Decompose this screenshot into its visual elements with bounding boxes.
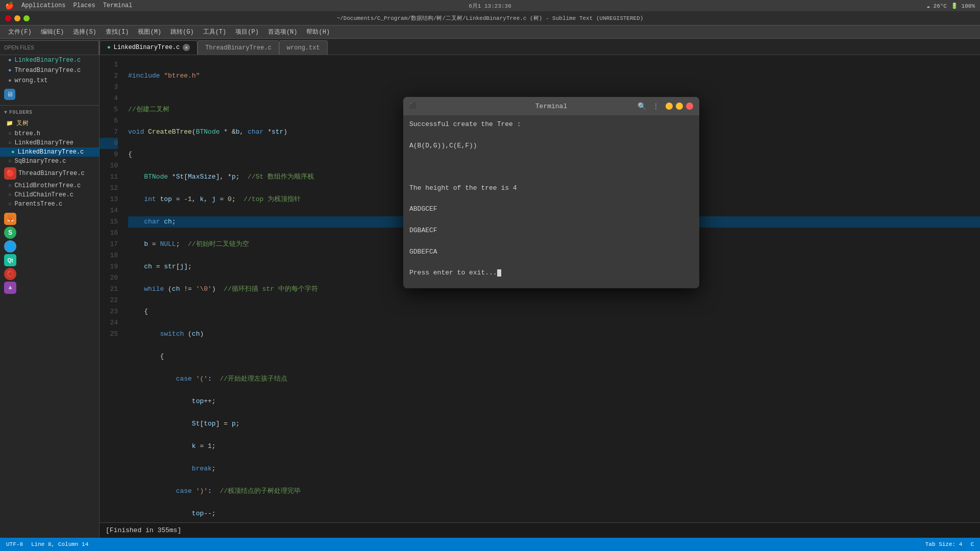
terminal-line-1: Successful create the Tree : — [409, 119, 693, 130]
app-menu-bar: 文件(F) 编辑(E) 选择(S) 查找(I) 视图(M) 跳转(G) 工具(T… — [0, 26, 980, 39]
sidebar-app-list: 🦊 S 🌐 Qt ⭕ ▲ — [0, 209, 99, 294]
terminal-maximize-btn[interactable] — [676, 103, 683, 110]
terminal-line-7: GDBEFCA — [409, 247, 693, 258]
sidebar-file-label-1: LinkedBinaryTree.c — [15, 57, 81, 64]
os-menu-terminal[interactable]: Terminal — [103, 2, 133, 9]
menu-help[interactable]: 帮助(H) — [302, 27, 334, 37]
terminal-body[interactable]: Successful create the Tree : A(B(D,G)),C… — [403, 115, 699, 288]
menu-goto[interactable]: 跳转(G) — [166, 27, 198, 37]
terminal-search-icon[interactable]: 🔍 — [638, 102, 646, 111]
app-icon-qt: Qt — [4, 254, 16, 266]
app-title-bar: ~/Documents/C_Program/数据结构/树/二叉树/LinkedB… — [0, 11, 980, 26]
app-icon-arrow: ▲ — [4, 282, 16, 294]
sidebar-pt-label: ParentsTree.c — [15, 201, 63, 208]
window-minimize-btn[interactable] — [14, 15, 20, 21]
os-battery: 🔋 100% — [951, 3, 975, 9]
menu-tools[interactable]: 工具(T) — [199, 27, 231, 37]
app-icon-firefox: 🦊 — [4, 213, 16, 225]
apple-logo: 🍎 — [5, 2, 14, 10]
tab-linkedbinarytree[interactable]: ● LinkedBinaryTree.c ✕ — [100, 40, 198, 55]
app-icon-redcircle: ⭕ — [4, 268, 16, 280]
sidebar-linkedbinarytree-c-row[interactable]: ● LinkedBinaryTree.c — [0, 147, 99, 157]
status-bar-left: UTF-8 Line 8, Column 14 — [6, 541, 88, 547]
sidebar-cc-label: ChildChainTree.c — [15, 191, 74, 198]
sidebar-childbrotherrow[interactable]: ○ ChildBrotherTree.c — [0, 181, 99, 190]
app-icon-sublime: 🖥 — [4, 89, 15, 100]
tab-label-2: ThreadBinaryTree.c — [205, 44, 272, 52]
status-tab-size: Tab Size: 4 — [925, 541, 963, 547]
menu-project[interactable]: 项目(P) — [231, 27, 263, 37]
folder-icon-1: 📁 — [6, 120, 13, 127]
terminal-close-btn[interactable] — [686, 103, 693, 110]
status-bar-right: Tab Size: 4 C — [925, 541, 974, 547]
menu-find[interactable]: 查找(I) — [102, 27, 133, 37]
os-menu-applications[interactable]: Applications — [21, 2, 65, 9]
tabs-bar: ● LinkedBinaryTree.c ✕ ThreadBinaryTree.… — [100, 39, 980, 55]
sidebar-parentsrow[interactable]: ○ ParentsTree.c — [0, 199, 99, 209]
folders-header[interactable]: ▼ FOLDERS — [0, 108, 99, 117]
sidebar-dock-apps: 🔴 ThreadBinaryTree.c — [0, 166, 99, 181]
terminal-cursor — [497, 269, 501, 277]
cb-icon: ○ — [8, 183, 12, 189]
terminal-window: ⬛ Terminal 🔍 ⋮ Successful create the Tre… — [403, 97, 699, 288]
sidebar-app-icon-row-1: 🖥 — [0, 88, 99, 101]
terminal-line-2: A(B(D,G)),C(E,F)) — [409, 141, 693, 152]
folders-arrow: ▼ — [4, 110, 7, 115]
sidebar-btree-row[interactable]: ○ btree.h — [0, 129, 99, 138]
terminal-window-controls — [666, 103, 693, 110]
terminal-menu-icon[interactable]: ⋮ — [652, 102, 659, 111]
sidebar-open-file-3[interactable]: ● wrong.txt — [0, 76, 99, 86]
file-icon-3: ● — [8, 78, 12, 84]
sidebar-app-row-circle: 🌐 — [4, 240, 95, 253]
menu-view[interactable]: 视图(M) — [134, 27, 165, 37]
sidebar-linked-c-label: LinkedBinaryTree.c — [18, 148, 84, 156]
open-files-header: OPEN FILES — [0, 40, 99, 55]
tab-close-1[interactable]: ✕ — [183, 44, 190, 51]
file-icon-2: ● — [8, 67, 12, 73]
window-maximize-btn[interactable] — [23, 15, 30, 21]
os-menu-left: 🍎 Applications Places Terminal — [5, 2, 132, 10]
sidebar-file-label-3: wrong.txt — [15, 77, 48, 84]
open-files-label: OPEN FILES — [4, 45, 34, 51]
sidebar-tab-bar: OPEN FILES — [0, 39, 99, 55]
os-menu-places[interactable]: Places — [73, 2, 95, 9]
sidebar-linkedbinarytree-row[interactable]: ○ LinkedBinaryTree — [0, 138, 99, 147]
os-status: ☁ 26°C 🔋 100% — [926, 3, 975, 9]
sidebar-sqbinarytree-row[interactable]: ○ SqBinaryTree.c — [0, 157, 99, 166]
status-bar: UTF-8 Line 8, Column 14 Tab Size: 4 C — [0, 538, 980, 551]
terminal-toolbar: 🔍 ⋮ — [638, 102, 693, 111]
menu-select[interactable]: 选择(S) — [69, 27, 101, 37]
window-title: ~/Documents/C_Program/数据结构/树/二叉树/LinkedB… — [337, 14, 644, 22]
sidebar-panel: OPEN FILES ● LinkedBinaryTree.c ● Thread… — [0, 39, 100, 538]
sidebar-file-label-2: ThreadBinaryTree.c — [15, 67, 81, 74]
sidebar-app-row-fx: 🦊 — [4, 213, 95, 225]
terminal-minimize-btn[interactable] — [666, 103, 673, 110]
sidebar-open-file-1[interactable]: ● LinkedBinaryTree.c — [0, 55, 99, 65]
folder-label-1: 叉树 — [16, 119, 29, 128]
tab-threadbinarytree[interactable]: ThreadBinaryTree.c — [198, 40, 279, 55]
terminal-line-3 — [409, 162, 693, 172]
sidebar-app-row-s: S — [4, 227, 95, 239]
sidebar-open-file-2[interactable]: ● ThreadBinaryTree.c — [0, 65, 99, 76]
tab-label-3: wrong.txt — [287, 44, 320, 52]
sq-icon: ○ — [8, 158, 12, 164]
window-close-btn[interactable] — [5, 15, 11, 21]
terminal-titlebar: ⬛ Terminal 🔍 ⋮ — [403, 97, 699, 115]
tab-wrong[interactable]: wrong.txt — [279, 40, 328, 55]
menu-edit[interactable]: 编辑(E) — [37, 27, 68, 37]
tab-icon-1: ● — [107, 44, 111, 51]
build-output-bar: [Finished in 355ms] — [100, 522, 980, 538]
status-syntax: C — [970, 541, 974, 547]
sidebar-linked-label: LinkedBinaryTree — [15, 139, 74, 146]
menu-preferences[interactable]: 首选项(N) — [264, 27, 302, 37]
sidebar-sq-label: SqBinaryTree.c — [15, 158, 66, 165]
line-numbers: 1 2 3 4 5 6 7 8 9 10 11 12 13 14 15 16 1 — [100, 55, 124, 522]
window-controls — [5, 15, 30, 21]
menu-file[interactable]: 文件(F) — [4, 27, 36, 37]
app-icon-circle: 🌐 — [4, 240, 16, 253]
sidebar-folder-chashu[interactable]: 📁 叉树 — [0, 117, 99, 129]
file-icon-1: ● — [8, 57, 12, 63]
terminal-line-8: Press enter to exit... — [409, 268, 693, 279]
sidebar-childchainrow[interactable]: ○ ChildChainTree.c — [0, 190, 99, 199]
sidebar-app-row-red: ⭕ — [4, 268, 95, 280]
